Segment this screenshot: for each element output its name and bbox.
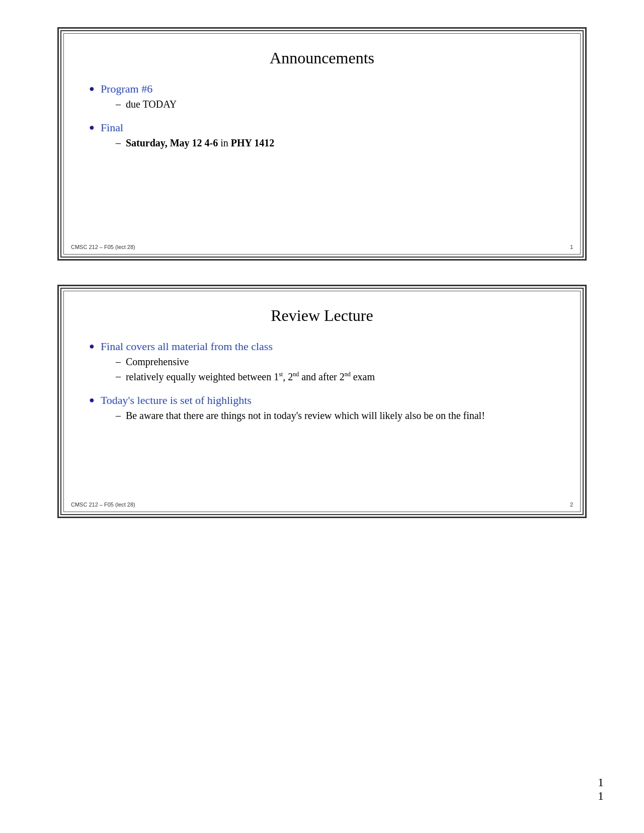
sub-list: – Saturday, May 12 4-6 in PHY 1412: [116, 137, 274, 149]
slide-1-title: Announcements: [89, 49, 555, 67]
slide-footer: CMSC 212 – F05 (lect 28) 1: [71, 244, 573, 250]
sub-item-text: Saturday, May 12 4-6 in PHY 1412: [126, 137, 274, 149]
bullet-content: Final – Saturday, May 12 4-6 in PHY 1412: [101, 121, 274, 152]
bullet-label: Final covers all material from the class: [101, 340, 273, 353]
bullet-dot-icon: ●: [89, 341, 95, 352]
slide-1-inner: Announcements ● Program #6 – due TODAY: [63, 33, 581, 255]
location-text: PHY 1412: [231, 137, 274, 148]
slide-1: Announcements ● Program #6 – due TODAY: [60, 30, 584, 258]
sub-item-text: Be aware that there are things not in to…: [126, 410, 485, 422]
dash-icon: –: [116, 410, 121, 422]
sub-item-text: Comprehensive: [126, 356, 189, 368]
bullet-dot-icon: ●: [89, 122, 95, 133]
dash-icon: –: [116, 356, 121, 368]
slide-2-title: Review Lecture: [89, 306, 555, 325]
slide-2: Review Lecture ● Final covers all materi…: [60, 288, 584, 515]
sub-item-text: due TODAY: [126, 99, 177, 110]
bullet-content: Today's lecture is set of highlights – B…: [101, 394, 485, 425]
list-item: – Saturday, May 12 4-6 in PHY 1412: [116, 137, 274, 149]
slide-2-inner: Review Lecture ● Final covers all materi…: [63, 291, 581, 512]
slide-1-bullet-list: ● Program #6 – due TODAY ● Final: [89, 82, 555, 152]
list-item: – relatively equally weighted between 1s…: [116, 371, 375, 383]
list-item: ● Today's lecture is set of highlights –…: [89, 394, 555, 425]
page-number-2: 1: [598, 789, 604, 803]
bullet-label: Program #6: [101, 82, 152, 95]
sub-list: – due TODAY: [116, 99, 177, 110]
sub-item-text: relatively equally weighted between 1st,…: [126, 371, 375, 383]
slide-2-bullet-list: ● Final covers all material from the cla…: [89, 340, 555, 425]
list-item: – Be aware that there are things not in …: [116, 410, 485, 422]
bullet-label: Today's lecture is set of highlights: [101, 394, 252, 406]
dash-icon: –: [116, 137, 121, 149]
footer-right: 1: [570, 244, 573, 250]
footer-left: CMSC 212 – F05 (lect 28): [71, 244, 135, 250]
list-item: ● Final – Saturday, May 12 4-6 in PHY 14…: [89, 121, 555, 152]
slide-footer: CMSC 212 – F05 (lect 28) 2: [71, 502, 573, 508]
list-item: – due TODAY: [116, 99, 177, 110]
dash-icon: –: [116, 371, 121, 382]
bullet-dot-icon: ●: [89, 395, 95, 405]
bullet-label: Final: [101, 121, 123, 134]
dash-icon: –: [116, 99, 121, 110]
bullet-content: Program #6 – due TODAY: [101, 82, 177, 113]
bold-text: Saturday, May 12 4-6: [126, 137, 218, 148]
list-item: ● Final covers all material from the cla…: [89, 340, 555, 386]
footer-left: CMSC 212 – F05 (lect 28): [71, 502, 135, 508]
page-number-area: 1 1: [598, 776, 604, 803]
bullet-dot-icon: ●: [89, 84, 95, 94]
bullet-content: Final covers all material from the class…: [101, 340, 375, 386]
page-number-1: 1: [598, 776, 604, 789]
sub-list: – Comprehensive – relatively equally wei…: [116, 356, 375, 383]
sub-list: – Be aware that there are things not in …: [116, 410, 485, 422]
list-item: ● Program #6 – due TODAY: [89, 82, 555, 113]
footer-right: 2: [570, 502, 573, 508]
list-item: – Comprehensive: [116, 356, 375, 368]
